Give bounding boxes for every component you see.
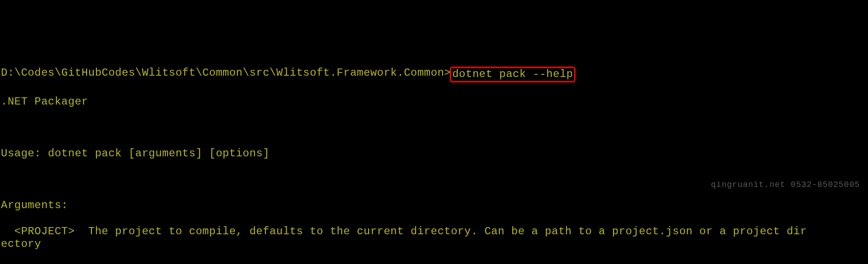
terminal-output[interactable]: D:\Codes\GitHubCodes\Wlitsoft\Common\src… — [0, 52, 868, 264]
blank-line — [1, 121, 867, 134]
app-title: .NET Packager — [1, 96, 867, 109]
watermark-text: qingruanit.net 0532-85025005 — [711, 180, 860, 190]
command-text: dotnet pack --help — [452, 68, 573, 80]
prompt-path: D:\Codes\GitHubCodes\Wlitsoft\Common\src… — [1, 67, 451, 82]
arguments-header: Arguments: — [1, 199, 867, 212]
arguments-body: <PROJECT> The project to compile, defaul… — [1, 225, 867, 251]
usage-line: Usage: dotnet pack [arguments] [options] — [1, 147, 867, 160]
command-prompt-line: D:\Codes\GitHubCodes\Wlitsoft\Common\src… — [1, 67, 867, 82]
command-highlight: dotnet pack --help — [450, 67, 575, 82]
